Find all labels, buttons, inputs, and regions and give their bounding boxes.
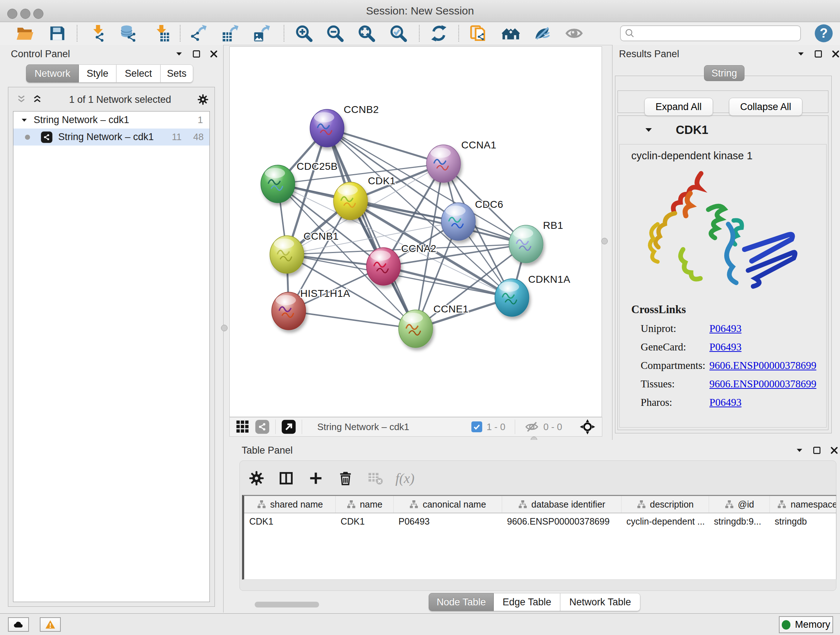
warnings-button[interactable] [40,617,61,632]
table-cell[interactable]: stringdb:9... [709,513,769,529]
tab-select[interactable]: Select [117,65,161,82]
column-header-name[interactable]: name [335,496,393,513]
column-header-namespace[interactable]: namespace [769,496,836,513]
table-cell[interactable]: CDK1 [244,513,335,529]
open-session-button[interactable] [14,23,35,43]
crosslink-label: Uniprot: [641,323,709,334]
table-cell[interactable]: stringdb [769,513,836,529]
collapse-panel-icon[interactable] [795,446,804,455]
network-node-CCNB2[interactable] [310,109,344,147]
section-caret-icon[interactable] [643,125,654,135]
float-panel-icon[interactable] [812,446,821,455]
grid-view-icon[interactable] [235,419,251,435]
delete-table-button-disabled[interactable] [366,469,385,488]
column-header-database-identifier[interactable]: database identifier [502,496,621,513]
crosslink-link[interactable]: P06493 [709,396,742,409]
table-row[interactable]: CDK1CDK1P064939606.ENSP00000378699cyclin… [244,513,836,529]
save-session-button[interactable] [47,23,67,43]
create-column-button[interactable] [306,469,325,488]
float-panel-icon[interactable] [813,49,823,59]
delete-column-trash-button[interactable] [336,469,355,488]
expand-all-networks-icon[interactable] [32,94,43,105]
zoom-out-button[interactable] [325,23,345,43]
export-table-button[interactable] [220,23,240,43]
network-node-CCNE1[interactable] [399,310,433,348]
home-views-button[interactable] [501,23,521,43]
column-header-@id[interactable]: @id [709,496,769,513]
function-builder-fx-button[interactable]: f(x) [395,470,415,486]
crosslink-link[interactable]: 9606.ENSP00000378699 [709,359,816,371]
table-cell[interactable]: cyclin-dependent ... [621,513,709,529]
float-panel-icon[interactable] [192,49,201,59]
birds-eye-view-icon[interactable] [281,419,297,435]
table-cell[interactable]: CDK1 [335,513,393,529]
table-options-gear-button[interactable] [247,469,266,488]
show-eye-button[interactable] [564,23,584,43]
right-splitter-handle[interactable] [601,238,608,244]
collapse-panel-icon[interactable] [174,49,184,59]
network-options-gear-icon[interactable] [197,94,209,105]
tab-network[interactable]: Network [26,65,79,82]
collection-expand-caret-icon[interactable] [20,116,28,125]
clone-network-button[interactable] [468,23,488,43]
network-node-CCNA1[interactable] [426,145,461,182]
import-network-file-button[interactable] [88,23,108,43]
zoom-fit-button[interactable] [356,23,377,43]
close-panel-icon[interactable] [829,446,839,455]
network-node-CDC6[interactable] [441,203,475,241]
search-box[interactable] [620,25,801,41]
table-cell[interactable]: 9606.ENSP00000378699 [502,513,621,529]
left-splitter-handle[interactable] [221,325,227,331]
crosslink-link[interactable]: P06493 [709,341,742,353]
column-header-canonical-name[interactable]: canonical name [393,496,502,513]
help-button[interactable]: ? [814,24,834,43]
refresh-button[interactable] [429,23,449,43]
tab-sets[interactable]: Sets [161,65,193,82]
fit-content-crosshair-icon[interactable] [579,419,595,435]
cloud-tasks-button[interactable] [8,617,29,632]
network-node-RB1[interactable] [509,225,543,263]
import-network-database-button[interactable] [118,23,139,43]
network-node-CDC25B[interactable] [261,165,295,203]
crosslink-link[interactable]: P06493 [709,323,742,334]
tab-style[interactable]: Style [79,65,117,82]
crosslink-link[interactable]: 9606.ENSP00000378699 [709,378,816,390]
show-eye-icon [565,24,583,42]
tab-node-table[interactable]: Node Table [429,593,494,611]
memory-button[interactable]: Memory [779,616,833,633]
network-node-CDKN1A[interactable] [495,279,529,317]
hide-graphics-details-button[interactable] [532,23,553,43]
cdk1-section-header[interactable]: CDK1 [618,116,828,144]
export-image-button[interactable] [252,23,272,43]
collapse-all-button[interactable]: Collapse All [729,98,802,116]
close-panel-icon[interactable] [831,49,840,59]
network-collection-row[interactable]: String Network – cdk1 1 [13,111,210,128]
column-type-icon [724,499,734,509]
network-node-CCNB1[interactable] [270,236,304,273]
tab-string[interactable]: String [704,65,745,81]
table-cell[interactable]: P06493 [393,513,502,529]
collapse-panel-icon[interactable] [796,49,806,59]
crosslink-label: Compartments: [641,359,709,371]
collapse-all-networks-icon[interactable] [16,94,27,105]
node-label-CDK1: CDK1 [368,175,396,187]
search-input[interactable] [635,27,800,40]
selected-checkbox-icon[interactable] [471,421,482,432]
zoom-selected-button[interactable] [388,23,409,43]
tab-network-table[interactable]: Network Table [561,593,640,611]
network-node-CCNA2[interactable] [366,248,401,285]
share-view-icon[interactable] [254,419,270,435]
column-header-description[interactable]: description [621,496,709,513]
network-canvas[interactable]: CCNB2CCNA1CDC25BCDK1CDC6RB1CCNB1CCNA2CDK… [229,46,602,417]
column-header-shared-name[interactable]: shared name [244,496,335,513]
expand-all-button[interactable]: Expand All [644,98,713,116]
close-panel-icon[interactable] [209,49,218,59]
table-horizontal-scrollbar[interactable] [255,602,319,608]
tab-edge-table[interactable]: Edge Table [494,593,561,611]
export-network-button[interactable] [188,23,209,43]
import-table-file-button[interactable] [151,23,172,43]
network-node-CDK1[interactable] [333,182,368,220]
network-row-selected[interactable]: String Network – cdk1 11 48 [13,128,210,146]
zoom-in-button[interactable] [294,23,314,43]
show-columns-button[interactable] [277,469,295,488]
